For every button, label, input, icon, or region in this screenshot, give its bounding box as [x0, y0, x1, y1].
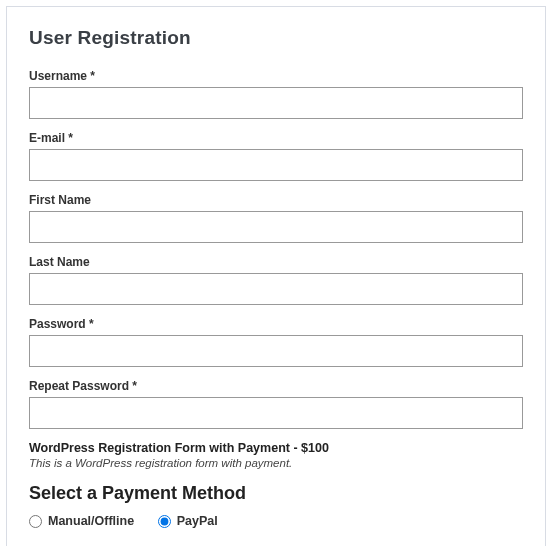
- label-username: Username *: [29, 69, 523, 83]
- input-email[interactable]: [29, 149, 523, 181]
- page-title: User Registration: [29, 27, 523, 49]
- radio-label-paypal: PayPal: [177, 514, 218, 528]
- radio-label-manual: Manual/Offline: [48, 514, 134, 528]
- label-last-name: Last Name: [29, 255, 523, 269]
- field-email: E-mail *: [29, 131, 523, 181]
- label-email: E-mail *: [29, 131, 523, 145]
- payment-options: Manual/Offline PayPal: [29, 514, 523, 531]
- field-repeat-password: Repeat Password *: [29, 379, 523, 429]
- radio-input-manual[interactable]: [29, 515, 42, 528]
- payment-heading: Select a Payment Method: [29, 483, 523, 504]
- input-first-name[interactable]: [29, 211, 523, 243]
- input-repeat-password[interactable]: [29, 397, 523, 429]
- field-first-name: First Name: [29, 193, 523, 243]
- product-line: WordPress Registration Form with Payment…: [29, 441, 523, 455]
- label-password: Password *: [29, 317, 523, 331]
- label-repeat-password: Repeat Password *: [29, 379, 523, 393]
- radio-input-paypal[interactable]: [158, 515, 171, 528]
- field-password: Password *: [29, 317, 523, 367]
- input-password[interactable]: [29, 335, 523, 367]
- input-last-name[interactable]: [29, 273, 523, 305]
- field-last-name: Last Name: [29, 255, 523, 305]
- product-description: This is a WordPress registration form wi…: [29, 457, 523, 469]
- input-username[interactable]: [29, 87, 523, 119]
- radio-manual-offline[interactable]: Manual/Offline: [29, 514, 134, 528]
- registration-panel: User Registration Username * E-mail * Fi…: [6, 6, 546, 546]
- radio-paypal[interactable]: PayPal: [158, 514, 218, 528]
- field-username: Username *: [29, 69, 523, 119]
- label-first-name: First Name: [29, 193, 523, 207]
